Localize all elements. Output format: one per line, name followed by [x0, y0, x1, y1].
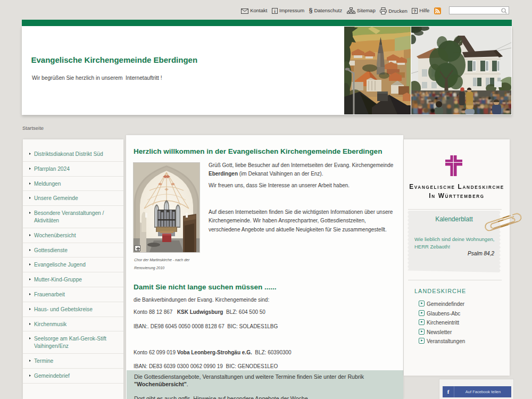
svg-text:?: ? — [413, 9, 416, 14]
svg-text:i: i — [274, 9, 276, 14]
